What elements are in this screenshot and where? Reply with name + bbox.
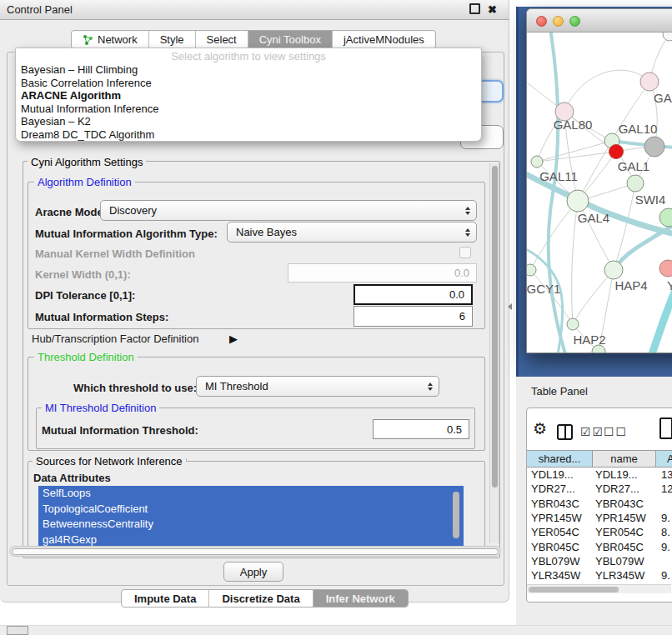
float-window-icon: [469, 3, 480, 14]
threshold-definition-title: Threshold Definition: [34, 351, 138, 363]
cell: YBR045C: [593, 541, 656, 553]
file-icon[interactable]: [659, 418, 672, 439]
table-row[interactable]: YBR045CYBR045C9.: [527, 539, 672, 553]
mi-threshold-field[interactable]: 0.5: [373, 419, 469, 439]
table-body[interactable]: YDL19...YDL19...13 YDR27...YDR27...12 YB…: [527, 468, 672, 590]
tab-label: Cyni Toolbox: [259, 33, 321, 46]
desktop: Control Panel ✖ Network Style Select Cyn…: [0, 0, 672, 635]
control-panel-titlebar[interactable]: Control Panel ✖: [0, 0, 509, 20]
table-row[interactable]: YDR27...YDR27...12: [527, 482, 672, 496]
node[interactable]: [663, 32, 672, 41]
cell: YBR043C: [593, 498, 656, 510]
deselect-all-checkboxes-icon[interactable]: ☐☐: [604, 426, 628, 438]
node-gal4[interactable]: [567, 190, 589, 212]
table-row[interactable]: YPR145WYPR145W9.: [527, 511, 672, 525]
table-row[interactable]: YLR345WYLR345W9.: [527, 568, 672, 582]
select-all-checkboxes-icon[interactable]: ☑☑: [580, 426, 604, 438]
node-gray[interactable]: [644, 137, 664, 157]
tab-impute-data[interactable]: Impute Data: [122, 590, 208, 607]
node-gcy1[interactable]: [527, 264, 536, 276]
network-tab-icon: [83, 34, 93, 45]
table-row[interactable]: YDL19...YDL19...13: [527, 468, 672, 482]
apply-button[interactable]: Apply: [223, 562, 283, 582]
attribute-item[interactable]: BetweennessCentrality: [38, 517, 464, 532]
data-attributes-list[interactable]: SelfLoops TopologicalCoefficient Between…: [38, 486, 464, 548]
stepper-icon: [465, 228, 470, 237]
table-horizontal-scrollbar[interactable]: [527, 584, 671, 593]
mi-steps-label: Mutual Information Steps:: [35, 311, 168, 323]
attribute-item[interactable]: TopologicalCoefficient: [38, 502, 464, 518]
node-label: GAL80: [554, 118, 593, 132]
stepper-icon: [428, 382, 433, 391]
dpi-tolerance-value: 0.0: [449, 288, 464, 301]
tab-select[interactable]: Select: [195, 31, 248, 48]
minimize-window-icon[interactable]: [553, 16, 564, 27]
columns-icon[interactable]: [557, 424, 573, 440]
node-label: GCY1: [527, 282, 560, 296]
network-canvas[interactable]: GAL GAL80 GAL10 GAL1 GAL11 SWI4 GAL4 GCY…: [527, 32, 672, 353]
splitter-handle[interactable]: [508, 303, 512, 310]
mi-type-combo[interactable]: Naive Bayes: [227, 222, 477, 242]
node-swi4[interactable]: [659, 208, 672, 227]
tab-infer-network[interactable]: Infer Network: [313, 590, 408, 607]
node-hap2[interactable]: [567, 318, 579, 330]
dpi-tolerance-field[interactable]: 0.0: [354, 284, 473, 305]
mi-steps-field[interactable]: 6: [354, 306, 473, 327]
tab-cyni-toolbox[interactable]: Cyni Toolbox: [248, 31, 332, 48]
gear-icon[interactable]: ⚙: [533, 421, 547, 437]
dropdown-item[interactable]: Mutual Information Inference: [16, 102, 481, 116]
control-panel-title: Control Panel: [0, 3, 469, 16]
which-threshold-combo[interactable]: MI Threshold: [196, 376, 439, 397]
tab-network[interactable]: Network: [72, 31, 148, 48]
tab-jactivemnodules[interactable]: jActiveMNodules: [332, 31, 435, 48]
column-header-name[interactable]: name: [593, 450, 656, 468]
node-gal11[interactable]: [531, 156, 543, 168]
table-row[interactable]: YER054CYER054C8.: [527, 525, 672, 539]
cell: YBR045C: [527, 541, 593, 553]
dpi-tolerance-label: DPI Tolerance [0,1]:: [35, 289, 135, 302]
settings-vertical-scrollbar[interactable]: [489, 163, 499, 543]
network-window-titlebar[interactable]: [527, 9, 672, 32]
node-gal1[interactable]: [627, 175, 644, 192]
dropdown-item-selected[interactable]: ARACNE Algorithm: [16, 89, 481, 102]
table-row[interactable]: YBL079WYBL079W: [527, 554, 672, 568]
scrollbar-thumb[interactable]: [12, 548, 499, 555]
scrollbar-thumb[interactable]: [492, 166, 498, 488]
column-header-shared-name[interactable]: shared...: [527, 450, 593, 468]
algorithm-definition-title: Algorithm Definition: [34, 176, 135, 188]
sources-group-title: Sources for Network Inference: [33, 455, 186, 468]
tab-label: jActiveMNodules: [344, 33, 424, 46]
tab-style[interactable]: Style: [148, 31, 195, 48]
settings-horizontal-scrollbar[interactable]: [9, 546, 501, 557]
attribute-item[interactable]: SelfLoops: [38, 486, 464, 502]
bottom-left-chip[interactable]: [7, 626, 28, 635]
dropdown-item[interactable]: Bayesian – Hill Climbing: [16, 63, 481, 77]
mi-threshold-group-title: MI Threshold Definition: [42, 402, 159, 414]
node-red[interactable]: [609, 145, 624, 159]
hub-section-label: Hub/Transcription Factor Definition: [32, 332, 198, 345]
zoom-window-icon[interactable]: [569, 16, 580, 27]
float-window-button[interactable]: [469, 2, 480, 18]
hub-expand-arrow-icon[interactable]: ▶: [229, 332, 238, 345]
attributes-scrollbar-thumb[interactable]: [453, 492, 459, 538]
manual-kernel-checkbox[interactable]: [459, 247, 471, 258]
tab-discretize-data[interactable]: Discretize Data: [208, 590, 312, 607]
scrollbar-thumb[interactable]: [529, 587, 619, 592]
close-window-icon[interactable]: [536, 16, 547, 27]
dropdown-item[interactable]: Basic Correlation Inference: [16, 77, 481, 90]
table-row[interactable]: YBR043CYBR043C: [527, 497, 672, 511]
aracne-mode-combo[interactable]: Discovery: [100, 200, 477, 221]
node-hap4[interactable]: [604, 261, 623, 279]
dropdown-item[interactable]: Bayesian – K2: [16, 115, 481, 128]
dropdown-item[interactable]: Dream8 DC_TDC Algorithm: [16, 128, 481, 142]
node-pink[interactable]: [659, 260, 672, 277]
kernel-width-value: 0.0: [454, 267, 469, 279]
cell: YDL19...: [593, 468, 656, 481]
network-view-window[interactable]: GAL GAL80 GAL10 GAL1 GAL11 SWI4 GAL4 GCY…: [526, 8, 672, 353]
cyni-bottom-tabbar: Impute Data Discretize Data Infer Networ…: [121, 589, 409, 608]
column-header-clipped[interactable]: A: [656, 450, 672, 468]
node-gal-cut[interactable]: [640, 72, 659, 91]
close-panel-icon[interactable]: ✖: [488, 4, 497, 15]
kernel-width-field: 0.0: [288, 263, 477, 282]
cell: 9.: [656, 541, 672, 553]
